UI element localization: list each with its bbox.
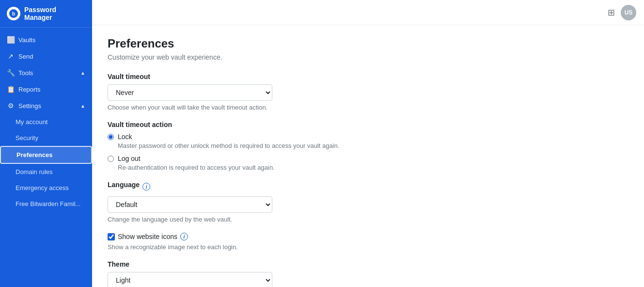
- sidebar-item-label: Send: [18, 53, 33, 60]
- theme-select[interactable]: Light Dark System default: [108, 272, 272, 287]
- website-icons-help: Show a recognizable image next to each l…: [108, 243, 628, 251]
- sidebar: b Password Manager ⬜ Vaults ↗ Send 🔧 Too…: [0, 0, 92, 287]
- settings-icon: ⚙: [7, 102, 15, 110]
- language-label-row: Language i: [108, 181, 628, 192]
- website-icons-text: Show website icons: [118, 233, 177, 240]
- theme-label: Theme: [108, 260, 628, 268]
- send-icon: ↗: [7, 52, 15, 60]
- radio-group-timeout-action: Lock Master password or other unlock met…: [108, 132, 628, 171]
- sidebar-item-domain-rules[interactable]: Domain rules: [0, 164, 92, 180]
- main-area: ⊞ US Preferences Customize your web vaul…: [92, 0, 644, 287]
- sidebar-item-settings[interactable]: ⚙ Settings ▲: [0, 97, 92, 114]
- vault-timeout-action-label: Vault timeout action: [108, 121, 628, 128]
- vault-timeout-section: Vault timeout Never 1 minute 5 minutes 1…: [108, 73, 628, 111]
- vault-timeout-label: Vault timeout: [108, 73, 628, 80]
- website-icons-row: Show website icons i: [108, 233, 628, 240]
- sidebar-item-label: Emergency access: [16, 184, 69, 191]
- app-logo: b: [7, 7, 20, 20]
- sidebar-item-preferences[interactable]: Preferences: [0, 146, 92, 164]
- sidebar-item-label: Reports: [18, 86, 41, 93]
- sidebar-nav: ⬜ Vaults ↗ Send 🔧 Tools ▲ 📋 Reports ⚙ Se…: [0, 28, 92, 287]
- radio-logout-option: Log out Re-authentication is required to…: [108, 154, 628, 171]
- sidebar-item-label: Free Bitwarden Famil...: [16, 200, 80, 207]
- sidebar-item-vaults[interactable]: ⬜ Vaults: [0, 32, 92, 48]
- topbar: ⊞ US: [92, 0, 644, 25]
- sidebar-item-label: Vaults: [18, 36, 35, 44]
- website-icons-checkbox[interactable]: [108, 233, 115, 240]
- page-title: Preferences: [108, 37, 628, 50]
- radio-lock-option: Lock Master password or other unlock met…: [108, 132, 628, 149]
- radio-lock-label[interactable]: Lock: [118, 133, 132, 141]
- sidebar-item-label: Preferences: [16, 151, 52, 159]
- language-label: Language: [108, 181, 140, 189]
- website-icons-label[interactable]: Show website icons i: [118, 233, 188, 240]
- radio-lock-desc: Master password or other unlock method i…: [118, 142, 339, 149]
- sidebar-item-tools[interactable]: 🔧 Tools ▲: [0, 64, 92, 81]
- language-section: Language i Default English Español Franç…: [108, 181, 628, 223]
- sidebar-item-security[interactable]: Security: [0, 130, 92, 146]
- sidebar-item-send[interactable]: ↗ Send: [0, 48, 92, 64]
- website-icons-help-icon[interactable]: i: [180, 233, 188, 240]
- avatar[interactable]: US: [621, 5, 636, 20]
- sidebar-item-label: Settings: [18, 102, 41, 110]
- sidebar-header[interactable]: b Password Manager: [0, 0, 92, 28]
- sidebar-item-label: Domain rules: [16, 168, 53, 175]
- radio-logout-label[interactable]: Log out: [118, 155, 141, 162]
- tools-icon: 🔧: [7, 69, 15, 77]
- grid-icon[interactable]: ⊞: [608, 7, 615, 18]
- sidebar-item-label: Security: [16, 134, 38, 142]
- language-select[interactable]: Default English Español Français Deutsch: [108, 196, 272, 213]
- radio-logout[interactable]: [108, 156, 114, 162]
- sidebar-item-label: Tools: [18, 69, 33, 77]
- theme-section: Theme Light Dark System default Choose a…: [108, 260, 628, 287]
- website-icons-section: Show website icons i Show a recognizable…: [108, 233, 628, 251]
- radio-lock[interactable]: [108, 134, 114, 140]
- sidebar-item-label: My account: [16, 118, 47, 126]
- chevron-down-icon: ▲: [80, 103, 85, 109]
- reports-icon: 📋: [7, 85, 15, 93]
- sidebar-item-my-account[interactable]: My account: [0, 114, 92, 130]
- page-subtitle: Customize your web vault experience.: [108, 53, 628, 61]
- chevron-down-icon: ▲: [80, 70, 85, 76]
- vault-timeout-select[interactable]: Never 1 minute 5 minutes 15 minutes 30 m…: [108, 84, 272, 101]
- sidebar-item-free-bitwarden[interactable]: Free Bitwarden Famil...: [0, 196, 92, 212]
- app-title: Password Manager: [24, 6, 85, 21]
- sidebar-item-emergency-access[interactable]: Emergency access: [0, 180, 92, 196]
- language-help-icon[interactable]: i: [142, 183, 150, 191]
- vault-timeout-action-section: Vault timeout action Lock Master passwor…: [108, 121, 628, 171]
- vaults-icon: ⬜: [7, 36, 15, 44]
- language-help: Change the language used by the web vaul…: [108, 216, 628, 223]
- content-area: Preferences Customize your web vault exp…: [92, 25, 644, 287]
- sidebar-item-reports[interactable]: 📋 Reports: [0, 81, 92, 97]
- radio-logout-desc: Re-authentication is required to access …: [118, 164, 275, 171]
- vault-timeout-help: Choose when your vault will take the vau…: [108, 104, 628, 111]
